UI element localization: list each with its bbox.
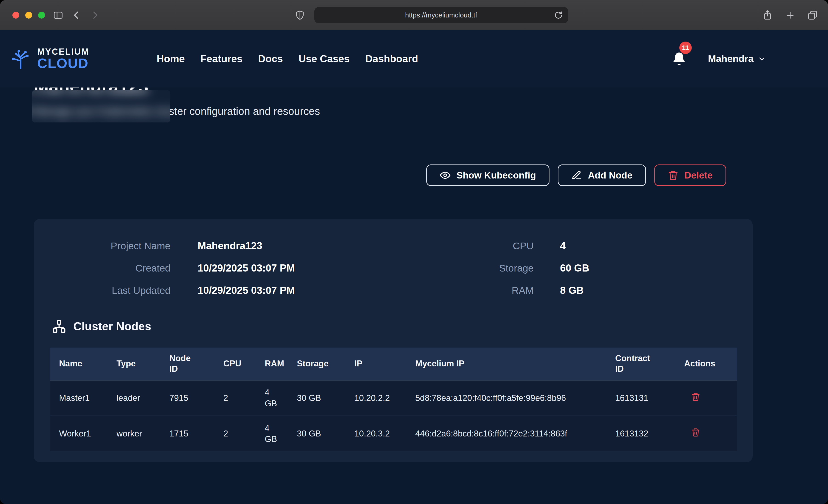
delete-node-button[interactable] <box>691 391 700 402</box>
detail-label: Last Updated <box>55 285 170 296</box>
cluster-nodes-table: Name Type Node ID CPU RAM Storage IP Myc… <box>50 347 737 451</box>
reload-icon[interactable] <box>554 10 563 20</box>
detail-label: CPU <box>414 240 534 252</box>
cell-cpu: 2 <box>214 416 255 451</box>
cell-ip: 10.20.3.2 <box>345 416 406 451</box>
col-ip: IP <box>345 347 406 380</box>
cell-storage: 30 GB <box>288 416 345 451</box>
brand-line1: MYCELIUM <box>37 47 89 56</box>
cluster-details-card: Project Name Mahendra123 Created 10/29/2… <box>34 219 753 462</box>
nav-item-docs[interactable]: Docs <box>257 51 284 67</box>
tab-overview-icon[interactable] <box>807 10 818 20</box>
detail-value: 4 <box>560 240 737 252</box>
new-tab-icon[interactable] <box>785 10 795 20</box>
col-type: Type <box>107 347 160 380</box>
sidebar-toggle-icon[interactable] <box>53 10 64 20</box>
detail-value: 8 GB <box>560 285 737 296</box>
trash-icon <box>691 427 700 437</box>
detail-value: Mahendra123 <box>198 240 414 252</box>
table-header-row: Name Type Node ID CPU RAM Storage IP Myc… <box>50 347 737 380</box>
cluster-actions: Show Kubeconfig Add Node Delete <box>0 165 726 186</box>
nav-item-dashboard[interactable]: Dashboard <box>364 51 420 67</box>
col-name: Name <box>50 347 107 380</box>
detail-label: Storage <box>414 262 534 274</box>
table-row: Worker1 worker 1715 2 4 GB 30 GB 10.20.3… <box>50 416 737 451</box>
cell-mycelium-ip: 5d8:78ea:a120:f40c:ff0f:a5fe:99e6:8b96 <box>406 380 606 416</box>
delete-label: Delete <box>685 170 713 181</box>
cell-contract-id: 1613131 <box>606 380 675 416</box>
zoom-window-button[interactable] <box>38 12 45 18</box>
col-contract-id: Contract ID <box>606 347 675 380</box>
cell-ram: 4 GB <box>255 416 288 451</box>
nav-item-features[interactable]: Features <box>199 51 244 67</box>
detail-value: 10/29/2025 03:07 PM <box>198 262 414 274</box>
close-window-button[interactable] <box>12 12 19 18</box>
nav-links: Home Features Docs Use Cases Dashboard <box>155 53 420 65</box>
cell-actions <box>675 416 737 451</box>
chrome-right <box>762 10 818 20</box>
nav-item-use-cases[interactable]: Use Cases <box>297 51 351 67</box>
page-content: Mahendra123 Manage your Kubernetes clust… <box>0 76 828 462</box>
col-cpu: CPU <box>214 347 255 380</box>
forward-button-icon[interactable] <box>90 10 100 20</box>
user-menu[interactable]: Mahendra <box>708 53 766 64</box>
eye-icon <box>440 170 450 180</box>
cell-storage: 30 GB <box>288 380 345 416</box>
address-bar[interactable]: https://myceliumcloud.tf <box>315 7 568 23</box>
cluster-summary: Project Name Mahendra123 Created 10/29/2… <box>50 240 737 296</box>
minimize-window-button[interactable] <box>25 12 32 18</box>
browser-chrome: https://myceliumcloud.tf <box>0 0 828 30</box>
pencil-icon <box>571 170 582 180</box>
brand-line2: CLOUD <box>37 56 89 70</box>
site-navbar: MYCELIUM CLOUD Home Features Docs Use Ca… <box>0 30 828 87</box>
cell-actions <box>675 380 737 416</box>
notification-badge: 11 <box>679 42 692 54</box>
page-subtitle: Manage your Kubernetes cluster configura… <box>34 105 828 117</box>
col-mycelium-ip: Mycelium IP <box>406 347 606 380</box>
col-node-id: Node ID <box>160 347 214 380</box>
share-icon[interactable] <box>762 10 773 20</box>
cell-name: Master1 <box>50 380 107 416</box>
col-actions: Actions <box>675 347 737 380</box>
col-storage: Storage <box>288 347 345 380</box>
traffic-lights <box>12 12 45 18</box>
cell-cpu: 2 <box>214 380 255 416</box>
address-bar-url: https://myceliumcloud.tf <box>405 11 477 19</box>
col-ram: RAM <box>255 347 288 380</box>
cell-contract-id: 1613132 <box>606 416 675 451</box>
cell-type: leader <box>107 380 160 416</box>
brand-logo[interactable]: MYCELIUM CLOUD <box>9 47 89 70</box>
delete-cluster-button[interactable]: Delete <box>654 165 726 186</box>
show-kubeconfig-button[interactable]: Show Kubeconfig <box>426 165 549 186</box>
mycelium-tree-icon <box>9 47 32 70</box>
site-viewport: Mahendra123 Manage your Kubernetes clust… <box>0 30 828 504</box>
browser-window: https://myceliumcloud.tf Mahendra123 Man… <box>0 0 828 504</box>
trash-icon <box>691 391 700 402</box>
cell-type: worker <box>107 416 160 451</box>
delete-node-button[interactable] <box>691 427 700 437</box>
trash-icon <box>668 170 678 180</box>
detail-label: Created <box>55 262 170 274</box>
cell-name: Worker1 <box>50 416 107 451</box>
nav-right: 11 Mahendra <box>672 51 766 67</box>
cell-ip: 10.20.2.2 <box>345 380 406 416</box>
chevron-down-icon <box>758 55 766 63</box>
cell-node-id: 7915 <box>160 380 214 416</box>
brand-wordmark: MYCELIUM CLOUD <box>37 47 89 70</box>
cell-node-id: 1715 <box>160 416 214 451</box>
privacy-shield-icon[interactable] <box>295 10 305 20</box>
notifications-button[interactable]: 11 <box>672 51 686 67</box>
detail-label: RAM <box>414 285 534 296</box>
cell-ram: 4 GB <box>255 380 288 416</box>
chrome-center: https://myceliumcloud.tf <box>108 7 754 23</box>
user-name: Mahendra <box>708 53 753 64</box>
cluster-nodes-header: Cluster Nodes <box>50 320 737 333</box>
summary-right: CPU 4 Storage 60 GB RAM 8 GB <box>414 240 737 296</box>
back-button-icon[interactable] <box>71 10 82 20</box>
nav-item-home[interactable]: Home <box>155 51 186 67</box>
detail-value: 10/29/2025 03:07 PM <box>198 285 414 296</box>
add-node-button[interactable]: Add Node <box>558 165 646 186</box>
show-kubeconfig-label: Show Kubeconfig <box>456 170 536 181</box>
detail-label: Project Name <box>55 240 170 252</box>
add-node-label: Add Node <box>588 170 632 181</box>
